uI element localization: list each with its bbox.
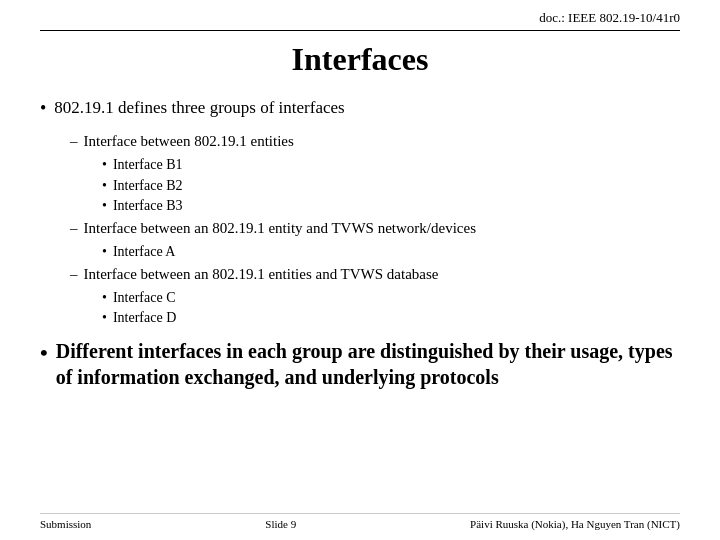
dash-item-3: – Interface between an 802.19.1 entities… xyxy=(70,264,680,285)
footer: Submission Slide 9 Päivi Ruuska (Nokia),… xyxy=(40,513,680,530)
dot-item-c: • Interface C xyxy=(102,288,680,308)
slide: doc.: IEEE 802.19-10/41r0 Interfaces • 8… xyxy=(0,0,720,540)
dash-1-symbol: – xyxy=(70,131,78,152)
bullet-1: • 802.19.1 defines three groups of inter… xyxy=(40,96,680,121)
dash-1-text: Interface between 802.19.1 entities xyxy=(84,131,294,152)
dot-b3-symbol: • xyxy=(102,196,107,216)
bullet-1-symbol: • xyxy=(40,96,46,121)
sub-list-1: – Interface between 802.19.1 entities • … xyxy=(70,131,680,328)
dot-c-text: Interface C xyxy=(113,288,176,308)
dot-item-d: • Interface D xyxy=(102,308,680,328)
dot-list-3: • Interface C • Interface D xyxy=(102,288,680,328)
footer-right: Päivi Ruuska (Nokia), Ha Nguyen Tran (NI… xyxy=(470,518,680,530)
dash-item-2: – Interface between an 802.19.1 entity a… xyxy=(70,218,680,239)
footer-center: Slide 9 xyxy=(265,518,296,530)
slide-title: Interfaces xyxy=(40,41,680,78)
dot-c-symbol: • xyxy=(102,288,107,308)
dash-2-text: Interface between an 802.19.1 entity and… xyxy=(84,218,477,239)
footer-left: Submission xyxy=(40,518,91,530)
dot-d-text: Interface D xyxy=(113,308,176,328)
dash-3-symbol: – xyxy=(70,264,78,285)
dot-item-b1: • Interface B1 xyxy=(102,155,680,175)
dot-list-2: • Interface A xyxy=(102,242,680,262)
dot-item-b2: • Interface B2 xyxy=(102,176,680,196)
dot-item-a: • Interface A xyxy=(102,242,680,262)
bullet-1-text: 802.19.1 defines three groups of interfa… xyxy=(54,96,344,120)
dash-item-1: – Interface between 802.19.1 entities xyxy=(70,131,680,152)
dot-a-symbol: • xyxy=(102,242,107,262)
dot-a-text: Interface A xyxy=(113,242,176,262)
dot-item-b3: • Interface B3 xyxy=(102,196,680,216)
dot-b3-text: Interface B3 xyxy=(113,196,183,216)
doc-reference: doc.: IEEE 802.19-10/41r0 xyxy=(40,10,680,31)
dot-b2-symbol: • xyxy=(102,176,107,196)
dot-b1-text: Interface B1 xyxy=(113,155,183,175)
bullet-2: • Different interfaces in each group are… xyxy=(40,338,680,390)
doc-ref-text: doc.: IEEE 802.19-10/41r0 xyxy=(539,10,680,25)
dot-list-1: • Interface B1 • Interface B2 • Interfac… xyxy=(102,155,680,216)
bullet-2-text: Different interfaces in each group are d… xyxy=(56,338,680,390)
dash-2-symbol: – xyxy=(70,218,78,239)
bullet-2-symbol: • xyxy=(40,339,48,368)
dot-b2-text: Interface B2 xyxy=(113,176,183,196)
dash-3-text: Interface between an 802.19.1 entities a… xyxy=(84,264,439,285)
dot-b1-symbol: • xyxy=(102,155,107,175)
dot-d-symbol: • xyxy=(102,308,107,328)
